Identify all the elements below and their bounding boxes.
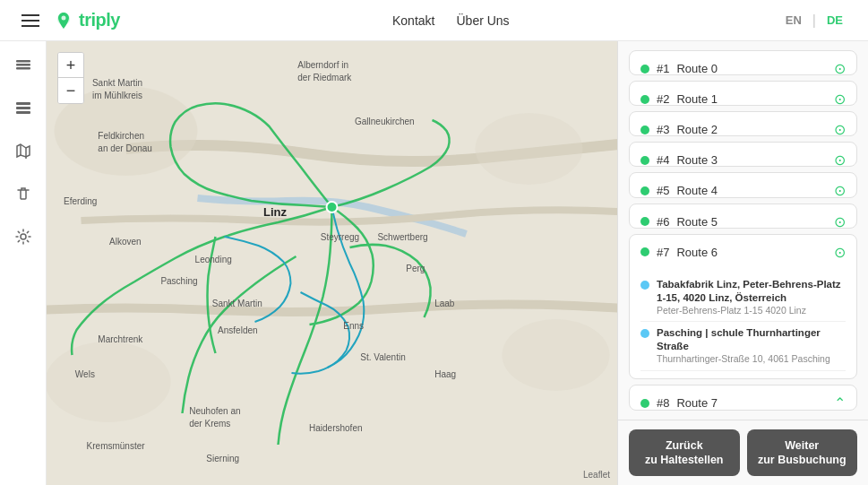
- route-header-6[interactable]: #7 Route 6 ⊙: [630, 235, 856, 270]
- route-chevron-6: ⊙: [834, 244, 846, 261]
- stop-item-1: Pasching | schule Thurnhartinger Straße …: [640, 322, 846, 371]
- logo: triply: [54, 10, 120, 30]
- route-header-0[interactable]: #1 Route 0 ⊙: [630, 51, 856, 75]
- route-chevron-4: ⊙: [834, 182, 846, 197]
- nav-ueber-uns[interactable]: Über Über UnsUns: [456, 13, 509, 28]
- back-line1: Zurück: [666, 439, 703, 452]
- route-item-1: #2 Route 1 ⊙: [629, 81, 857, 106]
- sidebar-left: [0, 41, 47, 485]
- route-item-4: #5 Route 4 ⊙: [629, 172, 857, 197]
- panel-footer: Zurück zu Haltestellen Weiter zur Busbuc…: [618, 420, 868, 486]
- route-name-1: Route 1: [676, 92, 718, 106]
- header: triply Kontakt Über Über UnsUns EN | DE: [0, 0, 868, 41]
- lang-en-button[interactable]: EN: [782, 12, 805, 29]
- settings-icon[interactable]: [11, 224, 36, 249]
- right-panel: #1 Route 0 ⊙ #2 Route 1 ⊙: [617, 41, 868, 485]
- forward-button[interactable]: Weiter zur Busbuchung: [747, 429, 858, 477]
- header-lang: EN | DE: [782, 12, 847, 29]
- route-number-2: #3: [657, 123, 669, 136]
- route-name-2: Route 2: [676, 123, 718, 136]
- svg-rect-4: [16, 102, 30, 105]
- zoom-out-button[interactable]: −: [58, 78, 83, 103]
- route-6-stops: Tabakfabrik Linz, Peter-Behrens-Platz 1-…: [630, 270, 856, 380]
- forward-line2: zur Busbuchung: [758, 454, 847, 466]
- route-number-4: #5: [657, 184, 669, 197]
- route-name-4: Route 4: [676, 184, 718, 197]
- map-icon[interactable]: [11, 138, 36, 163]
- svg-point-12: [476, 113, 583, 185]
- map-controls: + −: [57, 52, 84, 104]
- hamburger-icon[interactable]: [21, 14, 39, 27]
- svg-point-14: [503, 319, 610, 391]
- route-item-3: #4 Route 3 ⊙: [629, 142, 857, 167]
- route-number-5: #6: [657, 215, 669, 229]
- stop-dot-0: [640, 281, 649, 290]
- svg-point-13: [47, 342, 171, 422]
- map-area[interactable]: Sankt Martinim Mühlkreis Alberndorf inde…: [47, 41, 617, 485]
- route-name-0: Route 0: [676, 62, 718, 75]
- route-chevron-1: ⊙: [834, 91, 846, 106]
- route-header-4[interactable]: #5 Route 4 ⊙: [630, 173, 856, 197]
- route-header-1[interactable]: #2 Route 1 ⊙: [630, 82, 856, 106]
- forward-line1: Weiter: [785, 439, 819, 452]
- route-item-6: #7 Route 6 ⊙ Tabakfabrik Linz, Peter-Beh…: [629, 234, 857, 380]
- route-name-3: Route 3: [676, 153, 718, 167]
- logo-text: triply: [79, 10, 120, 30]
- route-number-0: #1: [657, 62, 669, 75]
- svg-rect-3: [16, 67, 30, 70]
- layers-icon[interactable]: [11, 52, 36, 77]
- route-label-0: #1 Route 0: [640, 62, 718, 75]
- header-left: triply: [21, 10, 120, 30]
- route-header-5[interactable]: #6 Route 5 ⊙: [630, 204, 856, 229]
- logo-icon: [54, 11, 73, 30]
- route-chevron-3: ⊙: [834, 152, 846, 167]
- lang-de-button[interactable]: DE: [823, 12, 847, 29]
- route-number-3: #4: [657, 153, 669, 167]
- route-chevron-5: ⊙: [834, 213, 846, 229]
- svg-point-15: [327, 202, 338, 212]
- stop-dot-1: [640, 329, 649, 338]
- route-header-7[interactable]: #8 Route 7 ⌃: [630, 385, 856, 410]
- route-item-7: #8 Route 7 ⌃: [629, 385, 857, 410]
- routes-list: #1 Route 0 ⊙ #2 Route 1 ⊙: [618, 41, 868, 420]
- route-item-2: #3 Route 2 ⊙: [629, 111, 857, 136]
- route-item-0: #1 Route 0 ⊙: [629, 50, 857, 75]
- back-line2: zu Haltestellen: [645, 454, 724, 466]
- route-dot-0: [640, 65, 649, 74]
- main: Sankt Martinim Mühlkreis Alberndorf inde…: [0, 41, 868, 485]
- list-icon[interactable]: [11, 95, 36, 120]
- header-nav: Kontakt Über Über UnsUns: [392, 13, 510, 28]
- nav-kontakt[interactable]: Kontakt: [392, 13, 434, 28]
- svg-rect-2: [16, 64, 30, 66]
- route-header-2[interactable]: #3 Route 2 ⊙: [630, 112, 856, 136]
- stop-address-0: Peter-Behrens-Platz 1-15 4020 Linz: [657, 305, 846, 317]
- stop-item-0: Tabakfabrik Linz, Peter-Behrens-Platz 1-…: [640, 273, 846, 323]
- svg-rect-6: [16, 111, 30, 114]
- leaflet-attribution: Leaflet: [583, 470, 610, 480]
- route-number-6: #7: [657, 246, 669, 259]
- stop-name-0: Tabakfabrik Linz, Peter-Behrens-Platz 1-…: [657, 278, 846, 305]
- stop-address-1: Thurnhartinger-Straße 10, 4061 Pasching: [657, 353, 846, 366]
- trash-icon[interactable]: [11, 181, 36, 206]
- stop-item-2: Hörsching | parkplatz Spatzenweg Spatzen…: [640, 371, 846, 380]
- svg-rect-1: [16, 60, 30, 63]
- stop-name-2: Hörsching | parkplatz Spatzenweg: [657, 376, 846, 380]
- route-chevron-2: ⊙: [834, 121, 846, 136]
- stop-dot-2: [640, 378, 649, 380]
- svg-point-9: [21, 234, 26, 239]
- svg-rect-5: [16, 107, 30, 109]
- route-name-5: Route 5: [676, 215, 718, 229]
- route-number-1: #2: [657, 92, 669, 106]
- route-header-3[interactable]: #4 Route 3 ⊙: [630, 143, 856, 167]
- route-name-6: Route 6: [676, 246, 718, 259]
- route-name-7: Route 7: [676, 396, 718, 410]
- route-chevron-7: ⌃: [834, 394, 846, 410]
- stop-name-1: Pasching | schule Thurnhartinger Straße: [657, 326, 846, 353]
- route-number-7: #8: [657, 396, 669, 410]
- zoom-in-button[interactable]: +: [58, 53, 83, 78]
- route-chevron-0: ⊙: [834, 60, 846, 75]
- back-button[interactable]: Zurück zu Haltestellen: [629, 429, 740, 477]
- route-item-5: #6 Route 5 ⊙: [629, 204, 857, 229]
